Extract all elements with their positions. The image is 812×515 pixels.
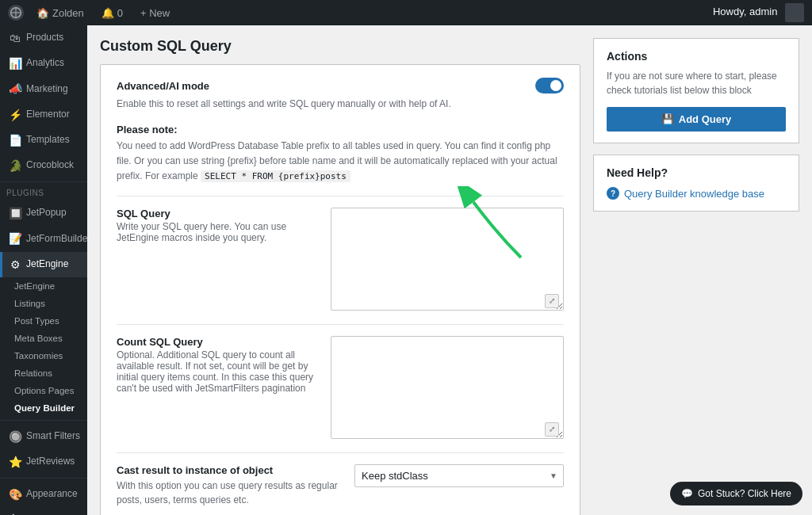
sidebar-item-jetengine[interactable]: ⚙ JetEngine — [0, 252, 87, 277]
adminbar-new[interactable]: + New — [136, 0, 174, 25]
appearance-icon: 🎨 — [9, 487, 21, 502]
add-query-icon: 💾 — [661, 113, 674, 125]
plugins-section-label: PLUGINS — [0, 185, 87, 200]
crocoblock-icon: 🐊 — [9, 158, 21, 173]
admin-bar: 🏠 Zolden 🔔 0 + New Howdy, admin — [0, 0, 812, 25]
submenu-jetengine-label: JetEngine — [14, 281, 55, 291]
advanced-ai-toggle[interactable] — [535, 78, 564, 93]
got-stuck-label: Got Stuck? Click Here — [698, 488, 791, 499]
submenu-options-pages-label: Options Pages — [14, 386, 74, 395]
sidebar-item-jetformbuilder[interactable]: 📝 JetFormBuilder — [0, 226, 87, 251]
page-title: Custom SQL Query — [100, 38, 580, 55]
cast-result-row: Cast result to instance of object With t… — [117, 464, 564, 507]
cast-select-wrapper: Keep stdClass Post User Term ▼ — [354, 464, 564, 487]
sidebar-item-products[interactable]: 🛍 Products — [0, 25, 87, 51]
actions-box: Actions If you are not sure where to sta… — [593, 38, 799, 143]
marketing-label: Marketing — [26, 83, 68, 96]
sidebar-item-templates[interactable]: 📄 Templates — [0, 128, 87, 153]
jetformbuilder-icon: 📝 — [9, 231, 21, 246]
sidebar-item-elementor[interactable]: ⚡ Elementor — [0, 102, 87, 128]
submenu-query-builder-label: Query Builder — [14, 403, 75, 413]
analytics-icon: 📊 — [9, 56, 21, 71]
jetreviews-icon: ⭐ — [9, 455, 21, 469]
submenu-options-pages[interactable]: Options Pages — [0, 382, 87, 399]
submenu-taxonomies[interactable]: Taxonomies — [0, 347, 87, 364]
howdy-text: Howdy, admin — [713, 6, 777, 17]
help-circle-icon: ? — [607, 187, 619, 200]
submenu-meta-boxes[interactable]: Meta Boxes — [0, 330, 87, 347]
cast-result-left: Cast result to instance of object With t… — [117, 464, 339, 507]
cast-result-label: Cast result to instance of object — [117, 464, 339, 476]
submenu-query-builder[interactable]: Query Builder — [0, 399, 87, 417]
new-label: + New — [140, 7, 170, 19]
main-content: Custom SQL Query Advanced/AI mode Enable… — [100, 38, 580, 502]
got-stuck-button[interactable]: 💬 Got Stuck? Click Here — [670, 482, 802, 505]
sidebar-item-marketing[interactable]: 📣 Marketing — [0, 76, 87, 101]
analytics-label: Analytics — [26, 57, 64, 70]
actions-description: If you are not sure where to start, plea… — [607, 69, 786, 97]
products-icon: 🛍 — [9, 31, 21, 45]
count-sql-description: Optional. Additional SQL query to count … — [117, 349, 315, 394]
submenu-listings-label: Listings — [14, 299, 45, 308]
jetpopup-icon: 🔲 — [9, 206, 21, 220]
submenu-relations[interactable]: Relations — [0, 364, 87, 382]
adminbar-site[interactable]: 🏠 Zolden — [32, 0, 89, 25]
submenu-post-types[interactable]: Post Types — [0, 312, 87, 330]
marketing-icon: 📣 — [9, 82, 21, 96]
elementor-icon: ⚡ — [9, 108, 21, 122]
sidebar-item-crocoblock[interactable]: 🐊 Crocoblock — [0, 153, 87, 178]
separator-2 — [0, 420, 87, 421]
submenu-jetengine[interactable]: JetEngine — [0, 277, 87, 295]
note-text: You need to add WordPress Database Table… — [117, 139, 564, 185]
cast-result-select[interactable]: Keep stdClass Post User Term — [354, 464, 564, 487]
jetpopup-label: JetPopup — [26, 207, 67, 219]
jetengine-label: JetEngine — [26, 258, 68, 271]
count-sql-right: ⤢ — [331, 336, 564, 441]
sidebar-item-smart-filters[interactable]: 🔘 Smart Filters — [0, 424, 87, 449]
add-query-label: Add Query — [679, 113, 731, 125]
help-box: Need Help? ? Query Builder knowledge bas… — [593, 154, 799, 212]
jetformbuilder-label: JetFormBuilder — [26, 233, 87, 246]
note-code: SELECT * FROM {prefix}posts — [201, 170, 350, 182]
submenu-listings[interactable]: Listings — [0, 295, 87, 312]
count-sql-textarea[interactable] — [331, 336, 564, 439]
sql-query-label: SQL Query — [117, 208, 315, 219]
sql-query-right: ⤢ — [331, 208, 564, 313]
submenu-taxonomies-label: Taxonomies — [14, 351, 63, 360]
adminbar-howdy: Howdy, admin — [713, 3, 804, 22]
sidebar-item-jetreviews[interactable]: ⭐ JetReviews — [0, 449, 87, 475]
help-link[interactable]: ? Query Builder knowledge base — [607, 187, 786, 200]
sql-query-description: Write your SQL query here. You can use J… — [117, 221, 315, 243]
separator-1 — [0, 181, 87, 182]
sql-query-left: SQL Query Write your SQL query here. You… — [117, 208, 315, 313]
wp-logo[interactable] — [8, 5, 24, 21]
jetreviews-label: JetReviews — [26, 456, 75, 468]
sql-textarea-wrapper: ⤢ — [331, 208, 564, 313]
cast-result-title-text: Cast result to instance of object — [117, 464, 273, 476]
adminbar-notifications[interactable]: 🔔 0 — [97, 0, 128, 25]
smart-filters-icon: 🔘 — [9, 429, 21, 444]
count-expand-icon[interactable]: ⤢ — [545, 422, 559, 437]
separator-3 — [0, 478, 87, 479]
count-textarea-wrapper: ⤢ — [331, 336, 564, 441]
help-link-label: Query Builder knowledge base — [624, 188, 764, 200]
sidebar-item-plugins[interactable]: 🔌 Plugins — [0, 507, 87, 515]
sql-query-textarea[interactable] — [331, 208, 564, 311]
advanced-ai-description: Enable this to reset all settings and wr… — [117, 97, 564, 111]
advanced-ai-row: Advanced/AI mode Enable this to reset al… — [117, 78, 564, 111]
help-title: Need Help? — [607, 166, 786, 179]
submenu-meta-boxes-label: Meta Boxes — [14, 334, 63, 343]
expand-icon[interactable]: ⤢ — [545, 294, 559, 308]
main-card: Advanced/AI mode Enable this to reset al… — [100, 64, 580, 515]
templates-icon: 📄 — [9, 133, 21, 147]
add-query-button[interactable]: 💾 Add Query — [607, 107, 786, 132]
count-sql-label: Count SQL Query — [117, 336, 315, 348]
got-stuck-icon: 💬 — [681, 488, 693, 499]
count-sql-left: Count SQL Query Optional. Additional SQL… — [117, 336, 315, 441]
elementor-label: Elementor — [26, 109, 70, 121]
sidebar-item-appearance[interactable]: 🎨 Appearance — [0, 482, 87, 507]
sidebar-item-analytics[interactable]: 📊 Analytics — [0, 51, 87, 76]
count-sql-section: Count SQL Query Optional. Additional SQL… — [117, 336, 564, 441]
admin-sidebar: 🛍 Products 📊 Analytics 📣 Marketing ⚡ Ele… — [0, 25, 87, 515]
sidebar-item-jetpopup[interactable]: 🔲 JetPopup — [0, 200, 87, 226]
